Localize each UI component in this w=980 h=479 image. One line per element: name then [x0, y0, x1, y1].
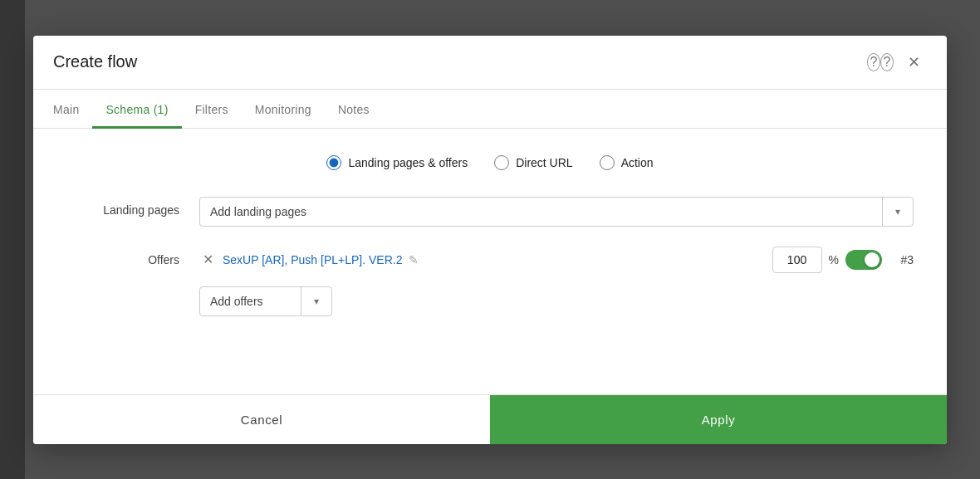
landing-pages-control: Add landing pages ▾ [199, 197, 914, 227]
dialog-header: Create flow ? ? ✕ [33, 36, 947, 90]
cancel-button[interactable]: Cancel [33, 395, 490, 444]
offer-remove-icon[interactable]: ✕ [199, 253, 216, 266]
radio-landing-pages[interactable]: Landing pages & offers [326, 155, 468, 170]
add-landing-pages-text: Add landing pages [200, 205, 882, 218]
add-offers-btn-row: Add offers ▾ [199, 286, 914, 316]
tab-main[interactable]: Main [53, 90, 92, 129]
toggle-slider [845, 250, 882, 270]
tab-schema[interactable]: Schema (1) [92, 90, 181, 129]
offers-row: Offers ✕ SexUP [AR], Push [PL+LP]. VER.2… [66, 247, 914, 316]
close-icon: ✕ [908, 53, 920, 71]
add-offers-dropdown[interactable]: Add offers ▾ [199, 286, 332, 316]
header-icons: ? ? ✕ [867, 49, 927, 76]
offer-toggle[interactable] [845, 250, 882, 270]
tab-filters[interactable]: Filters [182, 90, 242, 129]
offer-edit-icon[interactable]: ✎ [409, 253, 419, 266]
offers-control: ✕ SexUP [AR], Push [PL+LP]. VER.2 ✎ % #3 [199, 247, 914, 316]
landing-pages-label: Landing pages [66, 197, 199, 217]
offer-name[interactable]: SexUP [AR], Push [PL+LP]. VER.2 [223, 253, 402, 266]
offers-label: Offers [66, 247, 199, 266]
add-landing-pages-dropdown[interactable]: Add landing pages ▾ [199, 197, 914, 227]
tab-notes[interactable]: Notes [325, 90, 383, 129]
radio-direct-input[interactable] [494, 155, 509, 170]
radio-direct-url[interactable]: Direct URL [494, 155, 572, 170]
dialog-title: Create flow [53, 52, 137, 71]
help-icon: ? [867, 53, 880, 71]
chevron-down-icon-2: ▾ [301, 287, 331, 315]
radio-action-input[interactable] [600, 155, 615, 170]
add-offers-text: Add offers [200, 295, 301, 308]
radio-direct-label: Direct URL [516, 156, 572, 169]
radio-landing-label: Landing pages & offers [348, 156, 468, 169]
offer-percent-input[interactable] [772, 247, 822, 273]
dialog-body: Landing pages & offers Direct URL Action… [33, 129, 947, 394]
create-flow-dialog: Create flow ? ? ✕ Main Schema (1) Filter… [33, 36, 947, 444]
offer-hash: #3 [889, 253, 914, 266]
dialog-tabs: Main Schema (1) Filters Monitoring Notes [33, 90, 947, 129]
chevron-down-icon: ▾ [883, 198, 913, 226]
help-button[interactable]: ? ? [867, 49, 894, 76]
offer-percent-symbol: % [829, 253, 839, 266]
radio-group: Landing pages & offers Direct URL Action [66, 155, 914, 170]
dialog-footer: Cancel Apply [33, 394, 947, 444]
radio-action-label: Action [621, 156, 654, 169]
radio-landing-input[interactable] [326, 155, 341, 170]
tab-monitoring[interactable]: Monitoring [242, 90, 325, 129]
apply-button[interactable]: Apply [490, 395, 947, 444]
close-button[interactable]: ✕ [900, 49, 927, 76]
dialog-overlay: Create flow ? ? ✕ Main Schema (1) Filter… [0, 0, 980, 479]
radio-action[interactable]: Action [600, 155, 654, 170]
offer-item: ✕ SexUP [AR], Push [PL+LP]. VER.2 ✎ % #3 [199, 247, 914, 273]
landing-pages-row: Landing pages Add landing pages ▾ [66, 197, 914, 227]
